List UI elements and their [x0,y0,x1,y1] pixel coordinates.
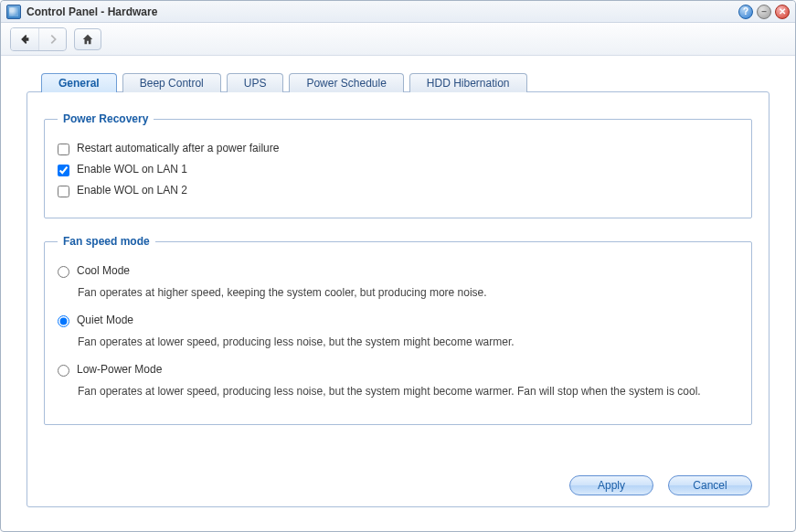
toolbar [1,23,795,56]
fan-cool-radio[interactable] [58,266,69,278]
fan-quiet-desc: Fan operates at lower speed, producing l… [78,335,738,350]
tab-hdd-hibernation[interactable]: HDD Hibernation [409,73,527,92]
power-recovery-legend: Power Recovery [58,112,154,125]
wol-lan1-row: Enable WOL on LAN 1 [58,163,738,176]
power-recovery-group: Power Recovery Restart automatically aft… [44,112,752,218]
restart-auto-row: Restart automatically after a power fail… [58,142,738,155]
tab-power-schedule[interactable]: Power Schedule [289,73,403,92]
fan-low-label[interactable]: Low-Power Mode [77,363,162,376]
fan-speed-legend: Fan speed mode [58,235,155,248]
fan-low-desc: Fan operates at lower speed, producing l… [78,384,738,399]
fan-cool-block: Cool Mode Fan operates at higher speed, … [58,264,738,301]
restart-auto-label[interactable]: Restart automatically after a power fail… [77,142,279,154]
fan-quiet-label[interactable]: Quiet Mode [77,314,133,326]
minimize-icon[interactable]: – [757,5,771,19]
titlebar: Control Panel - Hardware ? – ✕ [1,1,795,23]
tab-panel: Power Recovery Restart automatically aft… [27,91,769,507]
fan-cool-label[interactable]: Cool Mode [77,264,130,277]
help-icon[interactable]: ? [738,5,753,19]
fan-low-radio[interactable] [58,365,69,377]
close-icon[interactable]: ✕ [775,5,790,19]
fan-quiet-block: Quiet Mode Fan operates at lower speed, … [58,314,738,350]
fan-low-block: Low-Power Mode Fan operates at lower spe… [58,363,738,399]
wol-lan2-checkbox[interactable] [58,186,69,197]
back-button[interactable] [11,28,38,50]
fan-cool-desc: Fan operates at higher speed, keeping th… [78,285,738,301]
wol-lan2-label[interactable]: Enable WOL on LAN 2 [77,184,187,197]
window-title: Control Panel - Hardware [27,5,738,18]
nav-group [10,27,67,51]
wol-lan1-checkbox[interactable] [58,165,69,176]
app-icon [6,5,21,19]
tab-ups[interactable]: UPS [227,73,284,92]
forward-button[interactable] [38,28,66,50]
wol-lan2-row: Enable WOL on LAN 2 [58,184,738,197]
window: Control Panel - Hardware ? – ✕ General B… [0,0,796,532]
tabstrip: General Beep Control UPS Power Schedule … [41,72,769,91]
home-button[interactable] [74,28,101,50]
wol-lan1-label[interactable]: Enable WOL on LAN 1 [77,163,187,176]
restart-auto-checkbox[interactable] [58,144,69,155]
cancel-button[interactable]: Cancel [668,475,752,495]
fan-speed-group: Fan speed mode Cool Mode Fan operates at… [44,235,752,425]
tab-beep-control[interactable]: Beep Control [122,73,221,92]
home-icon [81,33,94,46]
window-controls: ? – ✕ [738,5,790,19]
content-area: General Beep Control UPS Power Schedule … [1,56,795,531]
fan-quiet-radio[interactable] [58,315,69,327]
arrow-right-icon [47,33,59,46]
button-bar: Apply Cancel [569,475,752,495]
apply-button[interactable]: Apply [569,475,653,495]
arrow-left-icon [18,33,31,46]
tab-general[interactable]: General [41,73,117,92]
